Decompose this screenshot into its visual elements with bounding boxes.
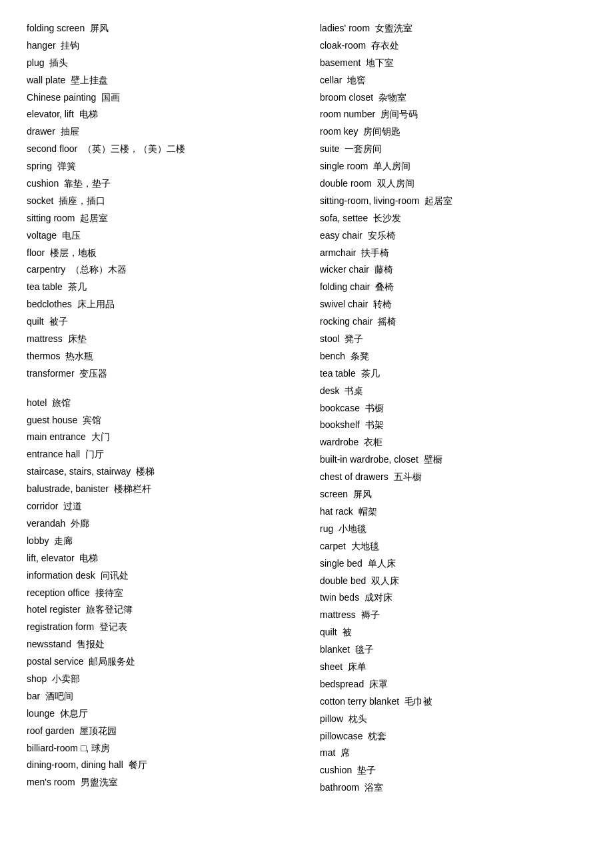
chinese-term: 大地毯 — [348, 541, 379, 551]
chinese-term: 枕套 — [366, 731, 387, 741]
english-term: shop — [27, 673, 47, 684]
list-item: built-in wardrobe, closet 壁橱 — [320, 451, 586, 469]
english-term: rocking chair — [320, 316, 372, 327]
list-item: tea table 茶几 — [27, 279, 293, 296]
chinese-term: （英）三楼，（美）二楼 — [80, 143, 185, 154]
chinese-term: 楼梯栏杆 — [111, 483, 151, 494]
list-item: quilt 被 — [320, 624, 586, 641]
list-item: pillowcase 枕套 — [320, 728, 586, 745]
english-term: chest of drawers — [320, 471, 388, 482]
list-item: hotel register 旅客登记簿 — [27, 601, 293, 619]
list-item: blanket 毯子 — [320, 641, 586, 659]
chinese-term: 被子 — [47, 316, 68, 327]
list-item: newsstand 售报处 — [27, 636, 293, 653]
list-item: postal service 邮局服务处 — [27, 653, 293, 671]
english-term: guest house — [27, 415, 77, 425]
english-term: sitting room — [27, 213, 75, 223]
english-term: lobby — [27, 535, 49, 546]
list-item: dining-room, dining hall 餐厅 — [27, 757, 293, 774]
english-term: wicker chair — [320, 264, 369, 275]
chinese-term: 屏风 — [87, 23, 109, 33]
english-term: desk — [320, 385, 340, 396]
list-item: carpet 大地毯 — [320, 538, 586, 555]
chinese-term: 五斗橱 — [391, 471, 422, 482]
english-term: swivel chair — [320, 299, 368, 309]
list-item: socket 插座，插口 — [27, 193, 293, 210]
list-item: mat 席 — [320, 745, 586, 762]
chinese-term: 房间号码 — [378, 109, 418, 119]
english-term: wardrobe — [320, 437, 358, 447]
english-term: bathroom — [320, 782, 359, 793]
list-item: wall plate 壁上挂盘 — [27, 72, 293, 89]
list-item: men's room 男盥洗室 — [27, 774, 293, 791]
english-term: twin beds — [320, 592, 359, 603]
list-item: mattress 床垫 — [27, 331, 293, 348]
english-term: bookcase — [320, 403, 360, 413]
chinese-term: 茶几 — [358, 368, 380, 379]
chinese-term: 电梯 — [77, 553, 99, 563]
english-term: thermos — [27, 351, 61, 361]
english-term: socket — [27, 195, 53, 206]
list-item: hotel 旅馆 — [27, 395, 293, 412]
list-item: screen 屏风 — [320, 486, 586, 503]
english-term: pillow — [320, 713, 343, 724]
chinese-term: 电梯 — [77, 109, 98, 119]
english-term: hotel register — [27, 604, 81, 615]
english-term: mattress — [320, 609, 356, 620]
english-term: Chinese painting — [27, 92, 96, 103]
chinese-term: 楼层，地板 — [47, 247, 97, 258]
chinese-term: 外廊 — [68, 518, 89, 529]
chinese-term: 休息厅 — [57, 708, 88, 719]
list-item: balustrade, banister 楼梯栏杆 — [27, 481, 293, 498]
english-term: newsstand — [27, 639, 71, 649]
list-item: corridor 过道 — [27, 498, 293, 515]
english-term: lounge — [27, 708, 55, 719]
list-item: drawer 抽屉 — [27, 123, 293, 141]
english-term: entrance hall — [27, 449, 80, 459]
english-term: blanket — [320, 644, 350, 655]
list-item: information desk 问讯处 — [27, 567, 293, 585]
list-item: hat rack 帽架 — [320, 503, 586, 521]
chinese-term: 变压器 — [77, 368, 108, 379]
chinese-term: 茶几 — [65, 281, 87, 292]
chinese-term: 热水瓶 — [63, 351, 94, 361]
list-item: twin beds 成对床 — [320, 589, 586, 607]
english-term: mat — [320, 747, 335, 758]
list-item: transformer 变压器 — [27, 365, 293, 383]
list-item: bedspread 床罩 — [320, 676, 586, 693]
english-term: sofa, settee — [320, 213, 368, 223]
list-item: sheet 床单 — [320, 659, 586, 676]
list-item: thermos 热水瓶 — [27, 348, 293, 365]
list-item: lift, elevator 电梯 — [27, 550, 293, 567]
list-item: broom closet 杂物室 — [320, 89, 586, 107]
list-item: guest house 宾馆 — [27, 412, 293, 429]
english-term: armchair — [320, 247, 356, 258]
chinese-term: 插头 — [47, 57, 68, 68]
chinese-term: 男盥洗室 — [78, 777, 118, 787]
english-term: spring — [27, 161, 52, 171]
chinese-term: 长沙发 — [370, 213, 401, 223]
english-term: information desk — [27, 570, 95, 581]
english-term: hanger — [27, 40, 56, 51]
list-item: rocking chair 摇椅 — [320, 313, 586, 331]
english-term: quilt — [320, 627, 337, 637]
english-term: carpet — [320, 541, 346, 551]
english-term: single room — [320, 161, 368, 171]
chinese-term: 大门 — [89, 431, 110, 442]
chinese-term: 杂物室 — [376, 92, 406, 103]
chinese-term: 国画 — [99, 92, 120, 103]
english-term: carpentry — [27, 264, 65, 275]
english-term: bookshelf — [320, 419, 360, 430]
english-term: main entrance — [27, 431, 86, 442]
english-term: verandah — [27, 518, 65, 529]
english-term: roof garden — [27, 725, 75, 736]
list-item: basement 地下室 — [320, 55, 586, 72]
chinese-term: 抽屉 — [58, 126, 79, 137]
list-item: bathroom 浴室 — [320, 779, 586, 797]
english-term: bar — [27, 691, 40, 701]
english-term: stool — [320, 333, 340, 344]
chinese-term: 旅客登记簿 — [83, 604, 133, 615]
list-item: sitting-room, living-room 起居室 — [320, 193, 586, 210]
chinese-term: 壁橱 — [421, 454, 442, 465]
chinese-term: 安乐椅 — [365, 230, 396, 241]
